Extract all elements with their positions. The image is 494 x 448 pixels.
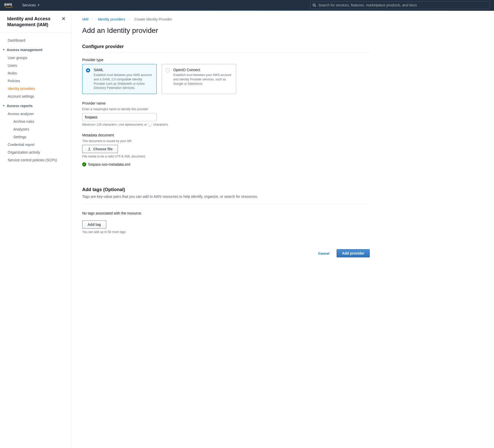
upload-icon	[88, 147, 91, 151]
tile-oidc-desc: Establish trust between your AWS account…	[173, 73, 232, 86]
page-title: Add an Identity provider	[82, 26, 370, 35]
tile-saml-desc: Establish trust between your AWS account…	[94, 73, 152, 90]
radio-icon	[166, 68, 170, 72]
metadata-label: Metadata document	[82, 133, 370, 137]
uploaded-file-name: foxpass-sso-metadata.xml	[88, 162, 130, 166]
metadata-hint: This document is issued by your IdP.	[82, 139, 370, 143]
svg-rect-2	[88, 150, 91, 151]
sidebar-item-policies[interactable]: Policies	[0, 77, 72, 85]
search-container[interactable]	[310, 1, 490, 9]
caret-down-icon: ▼	[3, 104, 5, 107]
radio-icon	[86, 68, 90, 72]
tags-limit: You can add up to 50 more tags	[82, 230, 370, 234]
sidebar-item-credential-report[interactable]: Credential report	[0, 141, 72, 148]
sidebar-title: Identity and Access Management (IAM)	[7, 16, 62, 28]
cancel-label: Cancel	[318, 251, 329, 255]
breadcrumb-iam[interactable]: IAM	[82, 17, 89, 21]
sidebar: Identity and Access Management (IAM) ✕ D…	[0, 11, 72, 448]
sidebar-item-archive-rules[interactable]: Archive rules	[0, 118, 72, 125]
provider-name-constraint: Maximum 128 characters. Use alphanumeric…	[82, 123, 370, 126]
svg-point-0	[313, 4, 315, 6]
services-label: Services	[22, 3, 36, 7]
top-nav: aws Services ▼	[0, 0, 494, 10]
chevron-right-icon: 〉	[128, 17, 131, 21]
breadcrumb-identity-providers[interactable]: Identity providers	[98, 17, 125, 21]
sidebar-item-account-settings[interactable]: Account settings	[0, 92, 72, 100]
provider-name-label: Provider name	[82, 101, 370, 105]
add-provider-button[interactable]: Add provider	[337, 249, 370, 257]
sidebar-item-dashboard[interactable]: Dashboard	[0, 36, 72, 44]
section-configure-provider: Configure provider	[82, 44, 370, 53]
provider-name-hint: Enter a meaningful name to identify this…	[82, 107, 370, 111]
cancel-button[interactable]: Cancel	[313, 249, 335, 257]
check-circle-icon: ✓	[82, 162, 86, 166]
provider-type-label: Provider type	[82, 58, 370, 62]
footer-actions: Cancel Add provider	[82, 249, 370, 257]
sidebar-item-access-analyzer[interactable]: Access analyzer	[0, 110, 72, 118]
aws-logo-text: aws	[4, 2, 13, 7]
section-add-tags: Add tags (Optional)	[82, 187, 370, 193]
sidebar-header: Identity and Access Management (IAM) ✕	[0, 16, 72, 33]
provider-type-tiles: SAML Establish trust between your AWS ac…	[82, 64, 370, 94]
sidebar-item-roles[interactable]: Roles	[0, 69, 72, 77]
services-menu[interactable]: Services ▼	[20, 2, 42, 9]
chevron-down-icon: ▼	[37, 4, 40, 6]
svg-line-1	[315, 6, 316, 7]
sidebar-group-label: Access management	[7, 48, 42, 52]
tile-openid-connect[interactable]: OpenID Connect Establish trust between y…	[162, 64, 236, 94]
provider-name-input[interactable]	[82, 113, 157, 121]
tags-desc: Tags are key-value pairs that you can ad…	[82, 194, 370, 199]
sidebar-item-user-groups[interactable]: User groups	[0, 54, 72, 62]
choose-file-button[interactable]: Choose file	[82, 145, 118, 153]
metadata-constraint: File needs to be a valid UTF-8 XML docum…	[82, 155, 370, 158]
add-tag-button[interactable]: Add tag	[82, 220, 106, 229]
sidebar-group-label: Access reports	[7, 104, 33, 108]
sidebar-group-access-reports[interactable]: ▼ Access reports	[0, 100, 72, 110]
sidebar-item-analyzers[interactable]: Analyzers	[0, 125, 72, 133]
choose-file-label: Choose file	[93, 147, 112, 151]
sidebar-item-settings[interactable]: Settings	[0, 133, 72, 141]
tags-none-text: No tags associated with the resource.	[82, 211, 370, 215]
sidebar-group-access-management[interactable]: ▼ Access management	[0, 44, 72, 54]
tile-saml[interactable]: SAML Establish trust between your AWS ac…	[82, 64, 157, 94]
sidebar-item-scps[interactable]: Service control policies (SCPs)	[0, 156, 72, 164]
uploaded-file-row: ✓ foxpass-sso-metadata.xml	[82, 162, 370, 166]
breadcrumb-current: Create Identity Provider	[135, 17, 172, 21]
aws-logo[interactable]: aws	[4, 2, 13, 8]
main-content: IAM 〉 Identity providers 〉 Create Identi…	[72, 11, 380, 448]
search-icon	[312, 3, 316, 7]
tile-saml-title: SAML	[94, 68, 152, 72]
sidebar-item-users[interactable]: Users	[0, 62, 72, 69]
caret-down-icon: ▼	[3, 48, 5, 51]
sidebar-item-organization-activity[interactable]: Organization activity	[0, 148, 72, 156]
close-icon[interactable]: ✕	[62, 16, 65, 22]
add-provider-label: Add provider	[342, 251, 364, 255]
tile-oidc-title: OpenID Connect	[173, 68, 232, 72]
search-input[interactable]	[318, 3, 488, 7]
breadcrumb: IAM 〉 Identity providers 〉 Create Identi…	[82, 17, 370, 21]
sidebar-item-identity-providers[interactable]: Identity providers	[0, 85, 72, 92]
chevron-right-icon: 〉	[92, 17, 95, 21]
add-tag-label: Add tag	[88, 222, 101, 227]
